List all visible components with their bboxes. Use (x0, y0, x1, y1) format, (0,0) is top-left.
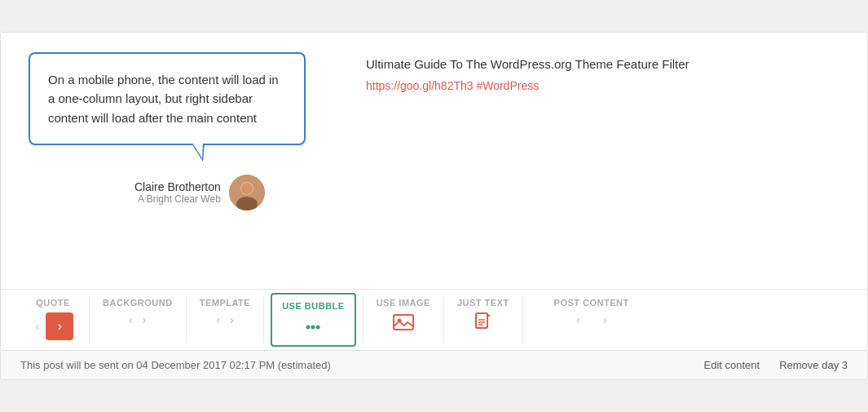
author-info: Claire Brotherton A Bright Clear Web (134, 180, 221, 205)
speech-bubble: On a mobile phone, the content will load… (29, 52, 306, 145)
post-content-nav: ‹ › (573, 312, 610, 327)
template-controls: ‹ › (213, 312, 236, 327)
toolbar: QUOTE ‹ › BACKGROUND ‹ (1, 289, 867, 350)
footer-bar: This post will be sent on 04 December 20… (0, 351, 868, 380)
post-text-area: Ultimate Guide To The WordPress.org Them… (366, 52, 848, 276)
chevron-left-icon-pc: ‹ (576, 313, 580, 326)
quote-controls: ‹ › (33, 312, 74, 340)
chevron-left-icon-bg: ‹ (129, 313, 133, 326)
just-text-section[interactable]: JUST TEXT (447, 290, 519, 350)
remove-day-link[interactable]: Remove day 3 (779, 359, 848, 371)
post-title: Ultimate Guide To The WordPress.org Them… (366, 55, 848, 73)
svg-rect-7 (394, 315, 413, 330)
template-next-button[interactable]: › (227, 312, 237, 327)
background-section: BACKGROUND ‹ › (93, 290, 183, 350)
quote-section: QUOTE ‹ › (20, 290, 86, 350)
post-content-label: POST CONTENT (554, 298, 629, 308)
arrow-right-icon: › (58, 319, 62, 334)
divider-1 (89, 296, 90, 343)
chevron-right-icon-bg: › (143, 313, 147, 326)
background-label: BACKGROUND (103, 298, 173, 308)
main-wrapper: On a mobile phone, the content will load… (0, 32, 868, 380)
just-text-label: JUST TEXT (457, 298, 509, 308)
svg-point-4 (306, 326, 311, 330)
svg-point-5 (311, 326, 315, 330)
template-section: TEMPLATE ‹ › (190, 290, 260, 350)
quote-next-button[interactable]: › (46, 312, 73, 340)
bg-next-button[interactable]: › (139, 312, 150, 327)
svg-point-6 (316, 326, 320, 330)
chevron-left-icon: ‹ (36, 320, 40, 333)
card-content: On a mobile phone, the content will load… (20, 52, 848, 289)
use-image-label: USE IMAGE (377, 298, 430, 308)
svg-rect-9 (476, 313, 487, 328)
quote-area: On a mobile phone, the content will load… (20, 52, 346, 276)
avatar (229, 175, 265, 210)
quote-label: QUOTE (36, 298, 70, 308)
bubble-icon (302, 316, 324, 339)
background-controls: ‹ › (126, 312, 149, 327)
post-content-next-button[interactable]: › (600, 312, 610, 327)
chevron-left-icon-tmpl: ‹ (216, 313, 220, 326)
document-icon (473, 312, 494, 337)
document-svg (473, 312, 494, 334)
image-svg (392, 312, 415, 332)
edit-content-link[interactable]: Edit content (704, 359, 760, 371)
bubble-svg (302, 316, 324, 335)
divider-2 (186, 296, 187, 343)
author-subtitle: A Bright Clear Web (134, 193, 221, 205)
author-name: Claire Brotherton (134, 180, 221, 193)
use-bubble-label: USE BUBBLE (282, 301, 345, 311)
bubble-text: On a mobile phone, the content will load… (48, 70, 286, 127)
use-bubble-section[interactable]: USE BUBBLE (271, 293, 356, 347)
chevron-right-icon-pc: › (603, 313, 607, 326)
post-content-prev-button[interactable]: ‹ (573, 312, 584, 327)
template-label: TEMPLATE (200, 298, 250, 308)
avatar-image (229, 175, 265, 210)
image-icon (392, 312, 415, 335)
use-image-section[interactable]: USE IMAGE (367, 290, 440, 350)
divider-4 (363, 296, 364, 343)
footer-status: This post will be sent on 04 December 20… (20, 359, 331, 371)
quote-prev-button[interactable]: ‹ (33, 319, 43, 334)
divider-6 (522, 296, 523, 343)
divider-3 (263, 296, 264, 343)
svg-point-3 (241, 183, 253, 194)
author-area: Claire Brotherton A Bright Clear Web (134, 175, 265, 210)
chevron-right-icon-tmpl: › (230, 313, 234, 326)
template-prev-button[interactable]: ‹ (213, 312, 223, 327)
post-content-section: POST CONTENT ‹ › (527, 290, 657, 350)
divider-5 (443, 296, 444, 343)
bg-prev-button[interactable]: ‹ (126, 312, 136, 327)
main-card: On a mobile phone, the content will load… (0, 32, 868, 351)
footer-actions: Edit content Remove day 3 (704, 359, 848, 371)
post-link: https://goo.gl/h82Th3 #WordPress (366, 79, 848, 92)
